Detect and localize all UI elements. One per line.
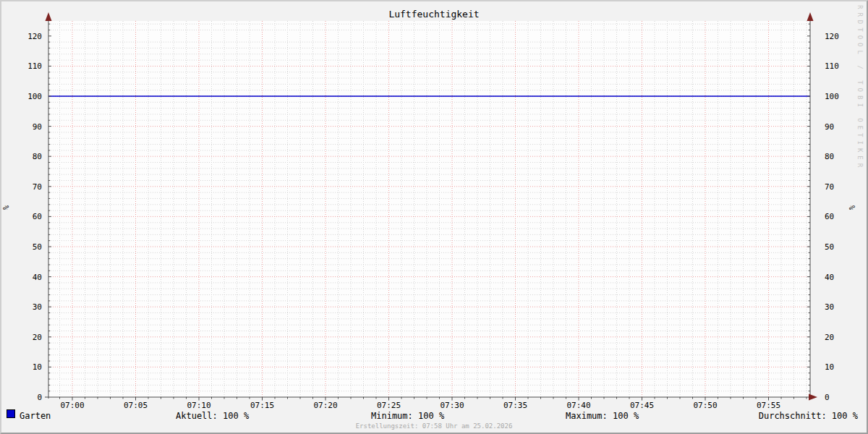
- svg-text:60: 60: [33, 212, 42, 221]
- svg-text:110: 110: [27, 61, 42, 71]
- svg-text:70: 70: [825, 182, 834, 192]
- svg-text:07:35: 07:35: [503, 401, 527, 410]
- svg-text:07:55: 07:55: [757, 401, 780, 410]
- svg-text:70: 70: [33, 182, 42, 192]
- svg-text:07:20: 07:20: [313, 401, 337, 410]
- svg-text:90: 90: [33, 122, 42, 132]
- y-axis-unit-right: %: [846, 202, 856, 213]
- plot-canvas: [48, 21, 810, 397]
- y-tick-labels-left: 0102030405060708090100110120: [27, 32, 42, 402]
- svg-text:10: 10: [825, 362, 834, 372]
- svg-text:80: 80: [825, 152, 834, 161]
- svg-text:120: 120: [825, 32, 839, 41]
- svg-text:07:45: 07:45: [630, 401, 654, 410]
- creation-time: Erstellungszeit: 07:58 Uhr am 25.02.2026: [0, 422, 868, 430]
- svg-text:40: 40: [33, 273, 42, 282]
- svg-text:120: 120: [27, 32, 42, 41]
- svg-text:20: 20: [825, 333, 834, 342]
- svg-text:80: 80: [33, 152, 42, 161]
- svg-text:100: 100: [27, 92, 42, 101]
- svg-text:0: 0: [37, 393, 42, 402]
- stat-aktuell: Aktuell: 100 %: [176, 412, 249, 420]
- svg-text:30: 30: [33, 302, 42, 312]
- svg-text:07:50: 07:50: [693, 401, 717, 410]
- svg-text:60: 60: [825, 212, 834, 221]
- series-color-swatch: [7, 409, 15, 418]
- x-tick-labels: 07:0007:0507:1007:1507:2007:2507:3007:35…: [60, 401, 780, 410]
- svg-text:07:05: 07:05: [124, 401, 148, 410]
- svg-text:40: 40: [825, 273, 834, 282]
- svg-text:50: 50: [825, 242, 834, 252]
- y-axis-unit-left: %: [1, 202, 12, 213]
- stat-durchschnitt: Durchschnitt: 100 %: [759, 412, 858, 420]
- svg-text:110: 110: [825, 61, 839, 71]
- y-tick-labels-right: 0102030405060708090100110120: [825, 32, 839, 402]
- svg-text:10: 10: [33, 362, 42, 372]
- svg-text:100: 100: [825, 92, 839, 101]
- legend-series-label: Garten: [20, 412, 51, 420]
- rrd-graph-image: Luftfeuchtigkeit RRDTOOL / TOBI OETIKER …: [0, 0, 868, 434]
- svg-text:07:40: 07:40: [566, 401, 590, 410]
- stat-maximum: Maximum: 100 %: [566, 412, 639, 420]
- svg-text:30: 30: [825, 302, 834, 312]
- svg-text:07:30: 07:30: [440, 401, 464, 410]
- stat-minimum: Minimum: 100 %: [371, 412, 444, 420]
- svg-text:07:15: 07:15: [250, 401, 274, 410]
- svg-text:50: 50: [33, 242, 42, 252]
- svg-text:07:00: 07:00: [60, 401, 84, 410]
- plot-area: 0102030405060708090100110120010203040506…: [0, 0, 868, 434]
- svg-text:90: 90: [825, 122, 834, 132]
- svg-text:07:25: 07:25: [377, 401, 401, 410]
- svg-text:07:10: 07:10: [187, 401, 210, 410]
- svg-text:20: 20: [33, 333, 42, 342]
- svg-text:0: 0: [825, 393, 830, 402]
